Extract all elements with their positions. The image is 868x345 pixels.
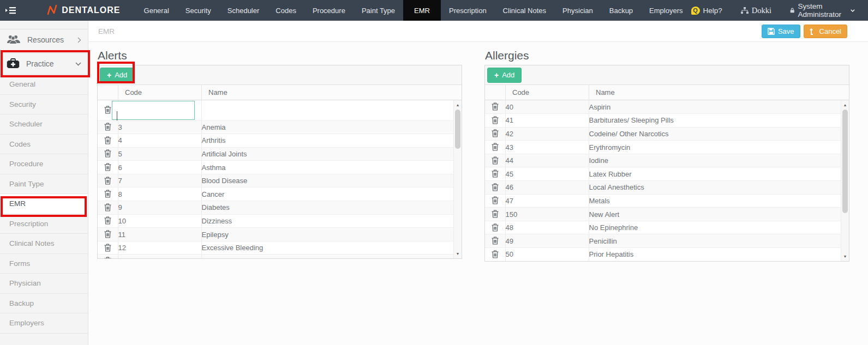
delete-row-button[interactable] <box>102 256 113 258</box>
user-menu[interactable]: System Administrator <box>790 2 855 19</box>
delete-row-button[interactable] <box>489 115 501 125</box>
nav-item-clinical-notes[interactable]: Clinical Notes <box>495 0 554 21</box>
table-row: 6Asthma <box>98 161 453 174</box>
delete-row-button[interactable] <box>102 122 113 132</box>
trash-icon <box>104 216 111 225</box>
cell-name: Prior Hepatitis <box>589 248 841 261</box>
allergies-scrollbar[interactable]: ▲ ▼ <box>841 100 849 261</box>
chevron-down-icon <box>75 62 81 66</box>
delete-row-button[interactable] <box>489 155 501 166</box>
nav-item-codes[interactable]: Codes <box>267 0 304 21</box>
table-row: 47Metals <box>485 194 841 208</box>
delete-row-button[interactable] <box>489 101 501 112</box>
delete-row-button[interactable] <box>102 243 113 253</box>
table-row: 9Diabetes <box>98 201 453 215</box>
cell-code: 43 <box>505 141 589 154</box>
delete-row-button[interactable] <box>489 222 501 233</box>
nav-item-physician[interactable]: Physician <box>554 0 601 21</box>
delete-row-button[interactable] <box>102 189 113 199</box>
nav-item-security[interactable]: Security <box>177 0 219 21</box>
sidebar-group-practice[interactable]: Practice <box>0 53 88 75</box>
nav-item-emr[interactable]: EMR <box>403 0 441 21</box>
sidebar-item-paint-type[interactable]: Paint Type <box>0 174 88 195</box>
sidebar-item-backup[interactable]: Backup <box>0 294 88 314</box>
delete-row-button[interactable] <box>489 128 501 138</box>
cancel-button[interactable]: Cancel <box>804 25 847 38</box>
sidebar-item-security[interactable]: Security <box>0 95 88 115</box>
delete-row-button[interactable] <box>102 229 113 239</box>
save-button[interactable]: Save <box>762 25 800 38</box>
scroll-down-arrow[interactable]: ▼ <box>841 252 849 261</box>
nav-item-backup[interactable]: Backup <box>601 0 641 21</box>
delete-row-button[interactable] <box>489 235 501 246</box>
nav-item-procedure[interactable]: Procedure <box>304 0 354 21</box>
nav-item-scheduler[interactable]: Scheduler <box>219 0 268 21</box>
delete-row-button[interactable] <box>489 142 501 152</box>
table-row: 12Excessive Bleeding <box>98 241 453 255</box>
plus-icon: + <box>494 71 499 80</box>
cell-code: 46 <box>505 181 589 195</box>
alerts-title: Alerts <box>98 49 462 62</box>
scrollbar-thumb[interactable] <box>842 110 848 213</box>
cell-code: 9 <box>118 201 201 215</box>
practice-menu[interactable]: Dokki <box>741 6 771 15</box>
nav-item-employers[interactable]: Employers <box>641 0 691 21</box>
nav-item-prescription[interactable]: Prescription <box>441 0 495 21</box>
delete-row-button[interactable] <box>489 182 501 192</box>
sidebar-item-codes[interactable]: Codes <box>0 135 88 155</box>
delete-row-button[interactable] <box>489 249 501 259</box>
sidebar-item-emr[interactable]: EMR <box>0 194 88 214</box>
alerts-add-button[interactable]: + Add <box>100 68 134 83</box>
delete-row-button[interactable] <box>102 135 113 146</box>
sidebar-item-clinical-notes[interactable]: Clinical Notes <box>0 234 88 254</box>
cell-name: Barbiturates/ Sleeping Pills <box>589 114 841 128</box>
scrollbar-thumb[interactable] <box>455 110 460 149</box>
delete-row-button[interactable] <box>102 148 113 159</box>
cell-code: 47 <box>505 194 589 208</box>
cell-code: 50 <box>505 248 589 261</box>
new-alert-code-input[interactable] <box>112 101 195 120</box>
help-link[interactable]: Q Help? <box>691 7 722 15</box>
delete-row-button[interactable] <box>102 215 113 226</box>
sidebar-item-physician[interactable]: Physician <box>0 274 88 294</box>
sidebar-item-general[interactable]: General <box>0 75 88 95</box>
sidebar-item-employers[interactable]: Employers <box>0 313 88 334</box>
save-label: Save <box>778 27 794 35</box>
topbar: DENTALORE GeneralSecuritySchedulerCodesP… <box>0 0 868 21</box>
delete-row-button[interactable] <box>489 168 501 179</box>
sidebar-item-procedure[interactable]: Procedure <box>0 154 88 174</box>
sidebar-item-scheduler[interactable]: Scheduler <box>0 114 88 135</box>
delete-row-button[interactable] <box>102 202 113 213</box>
sidebar: Resources Practice GeneralSecuritySchedu… <box>0 21 88 345</box>
table-row: 13Fainting <box>98 255 453 258</box>
delete-row-button[interactable] <box>489 209 501 219</box>
cell-name: Iodine <box>589 154 841 167</box>
nav-item-general[interactable]: General <box>136 0 177 21</box>
alerts-panel: Alerts + Add Code Name <box>97 49 462 259</box>
sidebar-item-prescription[interactable]: Prescription <box>0 214 88 234</box>
cell-name: Erythromycin <box>589 141 841 154</box>
scroll-up-arrow[interactable]: ▲ <box>454 101 462 109</box>
sidebar-item-forms[interactable]: Forms <box>0 254 88 274</box>
table-row: 7Blood Disease <box>98 174 453 187</box>
brand[interactable]: DENTALORE <box>47 0 120 21</box>
cell-code: 12 <box>118 241 201 255</box>
table-row: 3Anemia <box>98 120 453 134</box>
lock-icon <box>790 7 795 14</box>
scroll-down-arrow[interactable]: ▼ <box>454 250 462 258</box>
scroll-up-arrow[interactable]: ▲ <box>841 101 849 109</box>
user-name: System Administrator <box>798 2 848 19</box>
allergies-add-button[interactable]: + Add <box>487 68 522 83</box>
cell-name: Excessive Bleeding <box>201 241 453 255</box>
sidebar-group-resources[interactable]: Resources <box>0 29 88 51</box>
delete-row-button[interactable] <box>102 175 113 186</box>
delete-row-button[interactable] <box>102 162 113 172</box>
delete-row-button[interactable] <box>489 195 501 205</box>
brand-logo-icon <box>47 5 58 16</box>
nav-item-paint-type[interactable]: Paint Type <box>354 0 403 21</box>
cell-name: Dizziness <box>201 214 453 228</box>
sidebar-toggle-button[interactable] <box>0 0 22 21</box>
trash-icon <box>104 177 111 185</box>
cell-name: Anemia <box>201 120 453 134</box>
alerts-scrollbar[interactable]: ▲ ▼ <box>453 100 462 258</box>
